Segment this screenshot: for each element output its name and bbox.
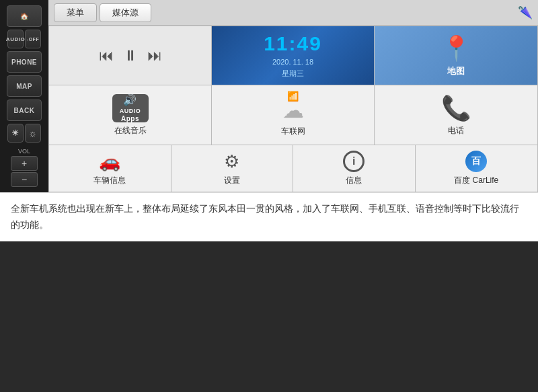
tab-media[interactable]: 媒体源 [100, 3, 151, 22]
carlife-label: 百度 CarLife [454, 175, 498, 186]
iot-cell[interactable]: 📶 ☁ 车联网 [212, 85, 375, 145]
brightness-up-button[interactable]: ☼ [25, 124, 41, 143]
main-screen: 菜单 媒体源 🌂 ⏮ ⏸ ⏭ 11:49 [48, 0, 538, 192]
grid-bottom: 🚗 车辆信息 ⚙ 设置 i 信息 百 [49, 145, 537, 192]
settings-cell[interactable]: ⚙ 设置 [171, 145, 294, 192]
volume-section: VOL + − [11, 148, 38, 187]
map-label: 地图 [447, 65, 465, 77]
settings-icon: ⚙ [224, 151, 239, 172]
info-cell[interactable]: i 信息 [293, 145, 416, 192]
wifi-icon: 📶 [287, 91, 299, 102]
weekday-display: 星期三 [282, 69, 304, 79]
media-controls-cell: ⏮ ⏸ ⏭ [49, 26, 212, 85]
date-display: 2020. 11. 18 [272, 58, 313, 66]
audio-apps-icon-box: 🔊 AUDIO Apps [112, 94, 149, 122]
time-cell: 11:49 2020. 11. 18 星期三 [212, 26, 375, 85]
top-bar: 菜单 媒体源 🌂 [48, 0, 538, 26]
outer-frame: 🏠 AUDIO -OFF PHONE MAP BACK ☀ ☼ VOL + − [0, 0, 538, 392]
info-icon: i [343, 151, 364, 172]
map-pin-icon: 📍 [441, 34, 471, 63]
home-button[interactable]: 🏠 [7, 5, 42, 27]
map-button[interactable]: MAP [7, 75, 42, 97]
audio-apps-cell[interactable]: 🔊 AUDIO Apps 在线音乐 [49, 85, 212, 145]
phone-label: 电话 [448, 125, 464, 136]
vehicle-label: 车辆信息 [93, 175, 126, 186]
prev-button[interactable]: ⏮ [99, 47, 114, 65]
left-button-panel: 🏠 AUDIO -OFF PHONE MAP BACK ☀ ☼ VOL + − [0, 0, 48, 192]
brightness-row: ☀ ☼ [7, 124, 41, 143]
main-grid: ⏮ ⏸ ⏭ 11:49 2020. 11. 18 星期三 📍 地图 [48, 26, 538, 192]
vol-up-button[interactable]: + [11, 156, 38, 171]
tab-menu[interactable]: 菜单 [54, 3, 97, 22]
info-label: 信息 [346, 175, 362, 186]
carlife-icon: 百 [465, 151, 487, 172]
phone-cell[interactable]: 📞 电话 [375, 85, 537, 145]
audio-top-text: AUDIO [120, 108, 141, 115]
back-button[interactable]: BACK [7, 100, 42, 121]
audio-row: AUDIO -OFF [7, 30, 41, 48]
vol-down-button[interactable]: − [11, 172, 38, 187]
vehicle-info-cell[interactable]: 🚗 车辆信息 [49, 145, 171, 192]
settings-label: 设置 [224, 175, 240, 186]
vol-label: VOL [18, 148, 30, 155]
carlife-cell[interactable]: 百 百度 CarLife [416, 145, 538, 192]
cloud-icon-wrap: 📶 ☁ [282, 93, 304, 123]
article-section: 全新车机系统也出现在新车上，整体布局延续了东风本田一贯的风格，加入了车联网、手机… [0, 192, 538, 241]
audio-button[interactable]: AUDIO [7, 30, 24, 48]
iot-label: 车联网 [281, 126, 305, 137]
top-bar-right: 🌂 [518, 5, 533, 20]
audio-bot-text: Apps [121, 115, 139, 122]
play-pause-button[interactable]: ⏸ [123, 47, 138, 65]
audio-off-button[interactable]: -OFF [25, 30, 41, 48]
map-cell[interactable]: 📍 地图 [375, 26, 537, 85]
brightness-down-button[interactable]: ☀ [7, 124, 24, 143]
next-button[interactable]: ⏭ [147, 47, 162, 65]
top-section: 🏠 AUDIO -OFF PHONE MAP BACK ☀ ☼ VOL + − [0, 0, 538, 192]
phone-icon: 📞 [441, 94, 471, 122]
online-music-label: 在线音乐 [114, 125, 147, 136]
car-icon: 🚗 [99, 151, 120, 172]
grid-top: ⏮ ⏸ ⏭ 11:49 2020. 11. 18 星期三 📍 地图 [49, 26, 537, 145]
signal-icon: 🌂 [518, 5, 533, 20]
speaker-icon: 🔊 [123, 93, 137, 106]
time-display: 11:49 [264, 32, 322, 55]
phone-button[interactable]: PHONE [7, 51, 42, 73]
article-text: 全新车机系统也出现在新车上，整体布局延续了东风本田一贯的风格，加入了车联网、手机… [11, 201, 527, 233]
